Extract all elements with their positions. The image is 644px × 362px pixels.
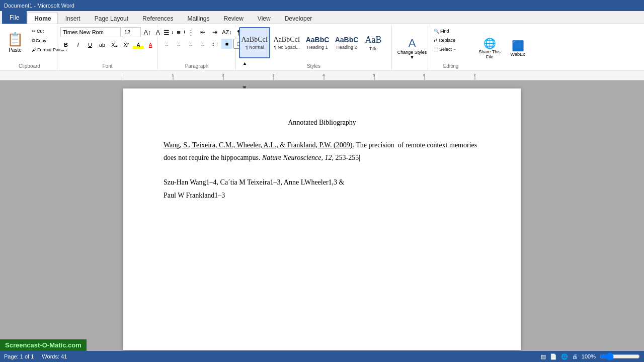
- svg-text:4: 4: [323, 73, 325, 77]
- font-color-button[interactable]: A: [145, 40, 156, 50]
- word-count: Words: 41: [42, 353, 67, 359]
- tab-developer[interactable]: Developer: [278, 13, 319, 24]
- document-title: Annotated Bibliography: [164, 119, 480, 127]
- style-title-preview: AaB: [365, 35, 382, 45]
- numbering-button[interactable]: ≡: [173, 27, 184, 37]
- style-normal[interactable]: AaBbCcI ¶ Normal: [239, 27, 270, 58]
- tab-page-layout[interactable]: Page Layout: [88, 13, 135, 24]
- style-heading1-preview: AaBbC: [306, 36, 330, 44]
- style-heading2-name: Heading 2: [336, 45, 357, 50]
- style-normal-name: ¶ Normal: [246, 45, 264, 50]
- svg-text:1: 1: [172, 73, 174, 77]
- increase-indent-button[interactable]: ⇥: [209, 27, 220, 37]
- paragraph-group: ☰ ≡ ⋮ ⇤ ⇥ AZ↕ ¶ ≡ ≡ ≡ ≡ ↕≡ ■ □ Paragraph: [158, 25, 236, 70]
- ruler-inner: 1 2 3 4 5 6 7: [0, 70, 644, 80]
- tab-insert[interactable]: Insert: [59, 13, 87, 24]
- format-painter-icon: 🖌: [32, 47, 36, 52]
- paragraph-group-label: Paragraph: [158, 63, 235, 69]
- replace-label: Replace: [439, 38, 455, 43]
- app-title: Document1 - Microsoft Word: [4, 3, 74, 9]
- view-normal-icon[interactable]: ▤: [541, 353, 546, 360]
- para-row-2: ≡ ≡ ≡ ≡ ↕≡ ■ □: [161, 39, 245, 49]
- select-button[interactable]: ⬚ Select ~: [431, 45, 458, 53]
- document-page[interactable]: Annotated Bibliography Wang, S., Teixeir…: [123, 88, 521, 350]
- para2-line2: Paul W Frankland1–3: [164, 192, 225, 199]
- share-file-button[interactable]: 🌐 Share This File: [476, 34, 503, 62]
- clipboard-group: 📋 Paste ✂ Cut ⧉ Copy 🖌 Format Painter: [2, 25, 57, 70]
- replace-icon: ⇄: [434, 38, 438, 43]
- font-size-input[interactable]: [122, 27, 141, 37]
- view-web-icon[interactable]: 🌐: [561, 353, 568, 360]
- align-left-button[interactable]: ≡: [161, 39, 172, 49]
- select-icon: ⬚: [434, 47, 438, 52]
- font-group: A↑ A↓ Aa ✗ B I U ab X₂ X² A A Font: [57, 25, 158, 70]
- editing-group-label: Editing: [428, 63, 473, 69]
- text-highlight-button[interactable]: A: [133, 40, 144, 50]
- tab-mailings[interactable]: Mailings: [181, 13, 216, 24]
- share-group: 🌐 Share This File 🟦 WebEx: [473, 25, 534, 70]
- editing-group: 🔍 Find ⇄ Replace ⬚ Select ~ Editing: [428, 25, 473, 70]
- justify-button[interactable]: ≡: [197, 39, 208, 49]
- align-center-button[interactable]: ≡: [173, 39, 184, 49]
- find-label: Find: [440, 29, 449, 34]
- multilevel-list-button[interactable]: ⋮: [185, 27, 196, 37]
- find-button[interactable]: 🔍 Find: [431, 27, 452, 35]
- style-title[interactable]: AaB Title: [362, 27, 385, 58]
- style-no-spacing[interactable]: AaBbCcI ¶ No Spaci...: [271, 27, 302, 58]
- italic-button[interactable]: I: [72, 40, 84, 50]
- style-no-spacing-preview: AaBbCcI: [274, 36, 300, 44]
- styles-group: AaBbCcI ¶ Normal AaBbCcI ¶ No Spaci... A…: [236, 25, 392, 70]
- change-styles-icon: A: [409, 37, 416, 50]
- tab-file[interactable]: File: [2, 11, 27, 24]
- find-icon: 🔍: [434, 29, 439, 34]
- tab-review[interactable]: Review: [217, 13, 250, 24]
- ribbon: 📋 Paste ✂ Cut ⧉ Copy 🖌 Format Painter: [0, 24, 644, 70]
- webex-button[interactable]: 🟦 WebEx: [505, 34, 531, 62]
- webex-icon: 🟦: [512, 40, 524, 52]
- font-name-input[interactable]: [60, 27, 121, 37]
- tab-home[interactable]: Home: [28, 13, 57, 24]
- zoom-slider[interactable]: [600, 352, 640, 360]
- citation-underline: Wang, S., Teixeira, C.M., Wheeler, A.L.,…: [164, 141, 354, 149]
- font-group-label: Font: [57, 63, 157, 69]
- align-right-button[interactable]: ≡: [185, 39, 196, 49]
- bullets-button[interactable]: ☰: [161, 27, 172, 37]
- tab-references[interactable]: References: [136, 13, 180, 24]
- copy-icon: ⧉: [32, 38, 35, 43]
- superscript-button[interactable]: X²: [121, 40, 132, 50]
- view-reading-icon[interactable]: 📄: [550, 353, 557, 360]
- change-styles-group: A Change Styles ▼: [392, 25, 428, 70]
- svg-text:6: 6: [423, 73, 426, 77]
- paragraph-2[interactable]: Szu-Han Wang1–4, Ca´tia M Teixeira1–3, A…: [164, 176, 480, 201]
- para2-line1: Szu-Han Wang1–4, Ca´tia M Teixeira1–3, A…: [164, 178, 344, 186]
- view-print-icon[interactable]: 🖨: [572, 353, 578, 359]
- webex-label: WebEx: [511, 52, 525, 57]
- styles-group-label: Styles: [236, 63, 391, 69]
- line-spacing-button[interactable]: ↕≡: [209, 39, 220, 49]
- strikethrough-button[interactable]: ab: [97, 40, 108, 50]
- share-icon: 🌐: [484, 37, 496, 49]
- tab-view[interactable]: View: [251, 13, 277, 24]
- bold-button[interactable]: B: [60, 40, 71, 50]
- font-row-2: B I U ab X₂ X² A A: [60, 40, 156, 50]
- page-info: Page: 1 of 1: [4, 353, 34, 359]
- svg-text:3: 3: [272, 73, 275, 77]
- style-normal-preview: AaBbCcI: [242, 36, 268, 44]
- select-label: Select ~: [439, 47, 456, 52]
- paragraph-1[interactable]: Wang, S., Teixeira, C.M., Wheeler, A.L.,…: [164, 139, 480, 164]
- grow-font-button[interactable]: A↑: [142, 27, 153, 37]
- underline-button[interactable]: U: [85, 40, 96, 50]
- shading-button[interactable]: ■: [221, 39, 232, 49]
- style-heading2-preview: AaBbC: [335, 36, 359, 44]
- paste-button[interactable]: 📋 Paste: [5, 27, 25, 57]
- replace-button[interactable]: ⇄ Replace: [431, 36, 458, 44]
- change-styles-button[interactable]: A Change Styles ▼: [395, 34, 429, 62]
- decrease-indent-button[interactable]: ⇤: [197, 27, 208, 37]
- subscript-button[interactable]: X₂: [109, 40, 120, 50]
- sort-button[interactable]: AZ↕: [221, 27, 232, 37]
- ribbon-tabs: File Home Insert Page Layout References …: [0, 11, 644, 24]
- cut-label: Cut: [37, 29, 44, 34]
- style-heading1[interactable]: AaBbC Heading 1: [303, 27, 332, 58]
- style-heading1-name: Heading 1: [307, 45, 328, 50]
- style-heading2[interactable]: AaBbC Heading 2: [333, 27, 361, 58]
